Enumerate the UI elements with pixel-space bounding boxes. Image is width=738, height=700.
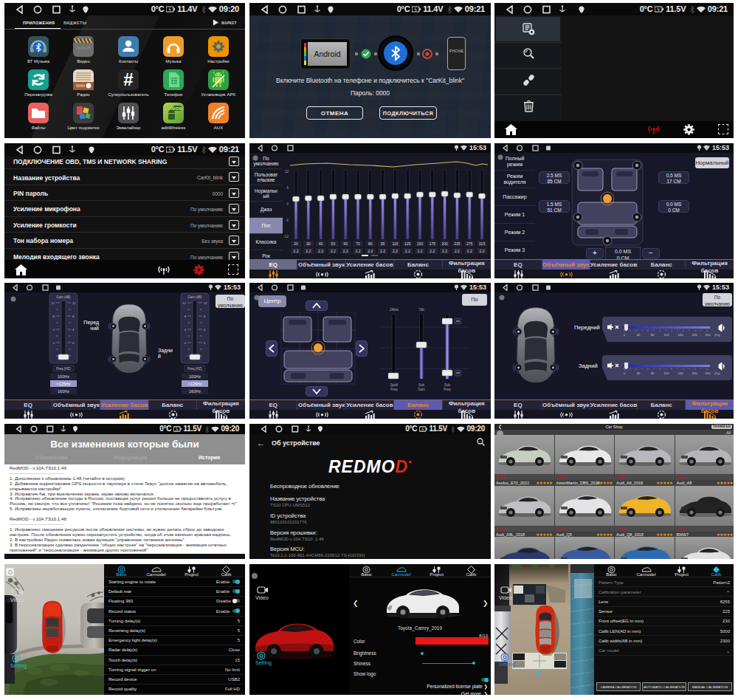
- svg-text:110: 110: [392, 241, 398, 246]
- svg-text:70: 70: [356, 241, 360, 246]
- svg-text:Gain (dB): Gain (dB): [56, 295, 71, 299]
- svg-text:2.2: 2.2: [331, 249, 336, 253]
- svg-text:Gain: Gain: [418, 388, 425, 391]
- svg-text:2.2: 2.2: [405, 249, 410, 253]
- svg-text:24bits: 24bits: [390, 308, 399, 312]
- svg-text:250: 250: [706, 371, 711, 375]
- svg-text:150: 150: [417, 241, 424, 246]
- svg-text:7db: 7db: [418, 308, 424, 312]
- svg-text:2.2: 2.2: [467, 249, 472, 253]
- svg-text:2.2: 2.2: [418, 249, 423, 253]
- svg-text:2.2: 2.2: [442, 249, 447, 253]
- svg-text:40: 40: [319, 241, 323, 246]
- svg-text:<125Hz: <125Hz: [56, 382, 70, 386]
- svg-text:Freq (HZ): Freq (HZ): [187, 367, 202, 371]
- svg-text:200: 200: [692, 333, 698, 337]
- svg-text:0: 0: [624, 333, 626, 337]
- svg-text:2.2: 2.2: [430, 249, 435, 253]
- svg-text:30: 30: [306, 241, 311, 246]
- svg-text:160: 160: [678, 333, 684, 337]
- svg-text:#: #: [123, 69, 133, 89]
- svg-text:2.2: 2.2: [380, 249, 385, 253]
- svg-text:2.2: 2.2: [480, 249, 485, 253]
- svg-text:80: 80: [368, 241, 373, 246]
- svg-text:0: 0: [286, 202, 289, 206]
- svg-text:125: 125: [404, 241, 411, 246]
- svg-text:40: 40: [637, 371, 641, 375]
- svg-text:-12: -12: [283, 235, 289, 239]
- svg-text:2.2: 2.2: [343, 249, 348, 253]
- svg-text:50: 50: [331, 241, 336, 246]
- svg-text:100Hz: 100Hz: [58, 374, 69, 379]
- svg-text:235: 235: [454, 241, 461, 246]
- svg-text:40: 40: [637, 333, 641, 337]
- svg-text:12: 12: [182, 301, 186, 305]
- svg-text:20: 20: [294, 241, 298, 246]
- svg-text:2.2: 2.2: [368, 249, 373, 253]
- svg-text:Sub: Sub: [444, 383, 451, 387]
- svg-text:Freq: Freq: [444, 388, 451, 391]
- svg-text:ADB: ADB: [173, 106, 182, 111]
- svg-text:160: 160: [678, 371, 684, 375]
- svg-text:Freq: Freq: [390, 388, 398, 391]
- svg-text:(Гц): (Гц): [714, 371, 720, 375]
- svg-text:12: 12: [204, 301, 207, 305]
- svg-text:Spdif: Spdif: [390, 383, 399, 387]
- svg-text:12: 12: [72, 301, 76, 305]
- svg-text:2.2: 2.2: [306, 249, 311, 253]
- svg-text:175: 175: [430, 241, 436, 246]
- svg-text:Sub: Sub: [418, 383, 425, 387]
- svg-text:03.06.29: 03.06.29: [76, 46, 91, 50]
- svg-text:160Hz: 160Hz: [58, 389, 69, 394]
- svg-text:Freq (HZ): Freq (HZ): [56, 367, 71, 371]
- svg-text:160Hz: 160Hz: [189, 389, 201, 394]
- svg-text:60: 60: [343, 241, 348, 246]
- svg-text:2.2: 2.2: [318, 249, 323, 253]
- svg-text:315: 315: [479, 241, 486, 246]
- svg-text:-6: -6: [286, 219, 289, 222]
- svg-text:2.2: 2.2: [455, 249, 460, 253]
- svg-text:6: 6: [286, 186, 289, 190]
- svg-text:0: 0: [624, 371, 626, 375]
- svg-text:2.2: 2.2: [294, 249, 299, 253]
- svg-text:2.2: 2.2: [393, 249, 398, 253]
- svg-text:120: 120: [664, 333, 670, 337]
- svg-text:<125Hz: <125Hz: [187, 382, 201, 386]
- svg-text:12: 12: [51, 301, 55, 305]
- svg-text:95: 95: [381, 241, 385, 246]
- svg-text:100Hz: 100Hz: [189, 374, 201, 379]
- svg-text:275: 275: [466, 241, 473, 246]
- svg-text:12: 12: [285, 170, 289, 174]
- svg-text:120: 120: [664, 371, 670, 375]
- svg-text:250: 250: [706, 333, 711, 337]
- svg-text:2.2: 2.2: [356, 249, 361, 253]
- svg-text:200: 200: [692, 371, 698, 375]
- svg-text:80: 80: [651, 333, 655, 337]
- svg-text:(Гц): (Гц): [714, 333, 720, 337]
- svg-text:200: 200: [441, 241, 448, 246]
- svg-text:80: 80: [651, 371, 655, 375]
- svg-text:Gain (dB): Gain (dB): [187, 295, 202, 299]
